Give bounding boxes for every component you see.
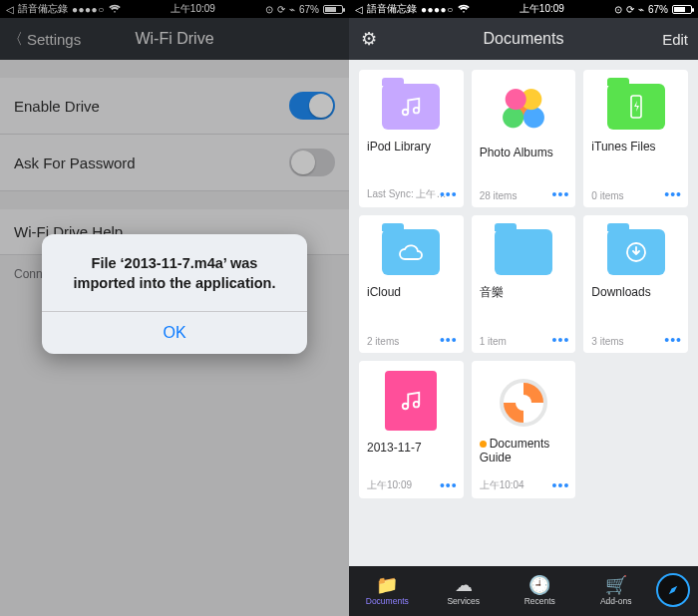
- alarm-icon: ⊙: [614, 4, 622, 15]
- bluetooth-icon: ⌁: [638, 4, 644, 15]
- tab-label: Recents: [524, 596, 555, 606]
- settings-button[interactable]: ⚙: [349, 28, 389, 50]
- card-subtitle: 1 item: [480, 336, 507, 347]
- documents-grid-container: iPod LibraryLast Sync: 上午…•••Photo Album…: [349, 60, 698, 566]
- tab-add-ons[interactable]: 🛒Add-ons: [578, 566, 655, 616]
- card-title: iCloud: [367, 285, 401, 299]
- document-card[interactable]: iCloud2 items•••: [359, 215, 464, 353]
- back-to-app-label[interactable]: 語音備忘錄: [367, 2, 417, 16]
- alert-ok-button[interactable]: OK: [42, 312, 307, 354]
- tab-icon: 🕘: [528, 576, 550, 594]
- card-subtitle: Last Sync: 上午…: [367, 187, 446, 201]
- card-subtitle: 上午10:09: [367, 478, 412, 492]
- card-title: Documents Guide: [480, 437, 568, 465]
- gear-icon: ⚙: [361, 29, 377, 49]
- card-more-button[interactable]: •••: [552, 186, 570, 202]
- card-more-button[interactable]: •••: [552, 332, 570, 348]
- audio-file-icon: [385, 371, 437, 431]
- card-more-button[interactable]: •••: [664, 186, 682, 202]
- tab-documents[interactable]: 📁Documents: [349, 566, 426, 616]
- left-phone: ◁ 語音備忘錄 ●●●●○ 上午10:09 ⊙ ⟳ ⌁ 67% 〈 Settin…: [0, 0, 349, 616]
- card-title: 2013-11-7: [367, 441, 422, 455]
- document-card[interactable]: 音樂1 item•••: [472, 215, 576, 353]
- status-time: 上午10:09: [520, 2, 564, 16]
- card-more-button[interactable]: •••: [664, 332, 682, 348]
- unread-dot-icon: [480, 441, 487, 448]
- status-bar: ◁ 語音備忘錄 ●●●●○ 上午10:09 ⊙ ⟳ ⌁ 67%: [349, 0, 698, 18]
- signal-dots: ●●●●○: [421, 4, 454, 15]
- folder-icon: [607, 229, 665, 275]
- rotation-lock-icon: ⟳: [626, 4, 634, 15]
- card-title: Downloads: [591, 285, 650, 299]
- alert-dialog: File ‘2013-11-7.m4a’ was imported into t…: [42, 234, 307, 354]
- photo-albums-icon: [498, 84, 549, 136]
- document-card[interactable]: iTunes Files0 items•••: [583, 70, 688, 207]
- card-title: iPod Library: [367, 140, 431, 154]
- card-subtitle: 上午10:04: [480, 478, 524, 492]
- folder-icon: [382, 229, 440, 275]
- battery-pct: 67%: [648, 4, 668, 15]
- card-title: iTunes Files: [591, 140, 655, 154]
- battery-icon: [672, 5, 692, 14]
- tab-bar: 📁Documents☁Services🕘Recents🛒Add-ons: [349, 566, 698, 616]
- right-phone: ◁ 語音備忘錄 ●●●●○ 上午10:09 ⊙ ⟳ ⌁ 67% ⚙ Docume…: [349, 0, 698, 616]
- card-more-button[interactable]: •••: [552, 477, 570, 493]
- document-card[interactable]: Downloads3 items•••: [583, 215, 688, 353]
- card-subtitle: 2 items: [367, 336, 399, 347]
- tab-icon: 🛒: [605, 576, 627, 594]
- wifi-icon: [458, 4, 470, 14]
- back-to-app-icon[interactable]: ◁: [355, 4, 363, 15]
- edit-button[interactable]: Edit: [662, 31, 688, 48]
- tab-services[interactable]: ☁Services: [426, 566, 503, 616]
- documents-grid: iPod LibraryLast Sync: 上午…•••Photo Album…: [359, 70, 688, 498]
- tab-recents[interactable]: 🕘Recents: [502, 566, 578, 616]
- document-card[interactable]: 2013-11-7上午10:09•••: [359, 361, 464, 498]
- tab-icon: ☁: [455, 576, 473, 594]
- tab-icon: 📁: [376, 576, 398, 594]
- card-subtitle: 3 items: [591, 336, 623, 347]
- tab-label: Documents: [366, 596, 409, 606]
- card-title: 音樂: [480, 285, 504, 299]
- page-title: Documents: [349, 30, 698, 48]
- alert-message: File ‘2013-11-7.m4a’ was imported into t…: [42, 234, 307, 311]
- nav-bar: ⚙ Documents Edit: [349, 18, 698, 60]
- folder-icon: [382, 84, 440, 130]
- tab-label: Services: [447, 596, 480, 606]
- card-more-button[interactable]: •••: [440, 186, 458, 202]
- card-more-button[interactable]: •••: [440, 477, 458, 493]
- lifebuoy-icon: [500, 379, 547, 427]
- folder-icon: [607, 84, 665, 130]
- folder-icon: [495, 229, 552, 275]
- card-subtitle: 0 items: [591, 190, 623, 201]
- card-title: Photo Albums: [480, 146, 553, 159]
- card-more-button[interactable]: •••: [440, 332, 458, 348]
- document-card[interactable]: Photo Albums28 items•••: [472, 70, 576, 207]
- card-subtitle: 28 items: [480, 190, 518, 201]
- document-card[interactable]: Documents Guide上午10:04•••: [472, 361, 576, 498]
- document-card[interactable]: iPod LibraryLast Sync: 上午…•••: [359, 70, 464, 207]
- tab-label: Add-ons: [600, 596, 632, 606]
